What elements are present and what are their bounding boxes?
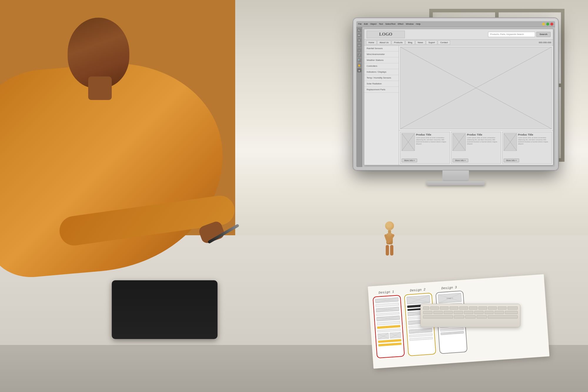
figure-head bbox=[385, 221, 394, 230]
menu-text[interactable]: Text bbox=[379, 23, 383, 25]
product-card-2: Produc Title Lorem ipsum dolor sit amet … bbox=[451, 132, 501, 164]
product-title-2: Produc Title bbox=[467, 133, 499, 136]
canvas-area: LOGO Products, Parts, Keywords Search Se… bbox=[362, 27, 555, 167]
monitor-stand bbox=[442, 171, 469, 181]
sidebar-item-3[interactable]: Weather Stations bbox=[364, 57, 399, 63]
product-card-3: Produc Title Lorem ipsum dolor sit amet … bbox=[502, 132, 552, 164]
scene: File Edit Object Text SelectText Effect … bbox=[0, 0, 588, 392]
tool-ellipse[interactable]: ○ bbox=[357, 48, 361, 52]
menu-object[interactable]: Object bbox=[370, 23, 377, 25]
design1-label: Design 1 bbox=[378, 290, 394, 295]
nav-phone: 000-000-000 bbox=[539, 41, 551, 44]
figure-body bbox=[386, 233, 393, 244]
sidebar-item-7[interactable]: Solar Radiation bbox=[364, 81, 399, 87]
figure-leg-right bbox=[390, 245, 393, 256]
design3-label: Design 3 bbox=[441, 286, 457, 290]
wireframe-body: Rainfall Sensors Wind Anemometer Weather… bbox=[364, 46, 553, 165]
menu-effect[interactable]: Effect bbox=[398, 23, 403, 25]
product-more-btn-1[interactable]: More Info » bbox=[402, 159, 417, 162]
nav-item-about[interactable]: About Us bbox=[377, 40, 391, 45]
nav-item-support[interactable]: Suport bbox=[426, 40, 437, 45]
minimize-btn[interactable] bbox=[542, 23, 545, 26]
tool-line[interactable]: ╱ bbox=[357, 53, 361, 57]
menu-select[interactable]: SelectText bbox=[385, 23, 395, 25]
wf-search-button[interactable]: Search bbox=[536, 32, 551, 37]
product-title-1: Produc Title bbox=[416, 133, 448, 136]
figure-neck bbox=[388, 230, 391, 233]
maximize-btn[interactable] bbox=[546, 23, 549, 26]
toolbar-menu: File Edit Object Text SelectText Effect … bbox=[358, 23, 420, 25]
product-image-3 bbox=[504, 133, 517, 151]
sidebar-item-1[interactable]: Rainfall Sensors bbox=[364, 46, 399, 51]
wooden-figure bbox=[379, 221, 400, 263]
product-image-2 bbox=[452, 133, 466, 151]
product-more-btn-2[interactable]: More Info » bbox=[452, 159, 468, 162]
wf-logo: LOGO bbox=[367, 31, 405, 38]
wireframe-document: LOGO Products, Parts, Keywords Search Se… bbox=[364, 29, 553, 165]
sidebar-item-2[interactable]: Wind Anemometer bbox=[364, 51, 399, 57]
wf-search-area: Products, Parts, Keywords Search Search bbox=[488, 32, 551, 37]
svg-line-19 bbox=[407, 296, 430, 304]
product-title-3: Produc Title bbox=[518, 133, 550, 136]
tool-hand[interactable]: ✋ bbox=[357, 63, 361, 67]
design3-image-block: Image 1 bbox=[438, 293, 462, 303]
menu-file[interactable]: File bbox=[358, 23, 362, 25]
svg-line-9 bbox=[375, 298, 398, 303]
svg-line-25 bbox=[409, 328, 432, 333]
sidebar-item-5[interactable]: Indicators / Displays bbox=[364, 69, 399, 75]
svg-line-17 bbox=[390, 332, 401, 338]
monitor-base bbox=[426, 181, 485, 185]
tool-type[interactable]: T bbox=[357, 38, 361, 42]
monitor-outer-frame: File Edit Object Text SelectText Effect … bbox=[353, 18, 559, 171]
wf-search-input[interactable]: Products, Parts, Keywords Search bbox=[488, 32, 535, 37]
wireframe-sidebar: Rainfall Sensors Wind Anemometer Weather… bbox=[364, 46, 399, 165]
left-tool-panel: ↖ ✏ T ▭ ○ ╱ 🔍 ✋ ▤ bbox=[356, 27, 362, 167]
wireframe-main-content: Produc Title Lorem ipsum dolor sit amet … bbox=[399, 46, 553, 165]
nav-item-blog[interactable]: Blog bbox=[405, 40, 415, 45]
sidebar-item-6[interactable]: Temp / Humidity Sensors bbox=[364, 75, 399, 81]
menu-window[interactable]: Window bbox=[406, 23, 414, 25]
wireframe-products: Produc Title Lorem ipsum dolor sit amet … bbox=[399, 130, 553, 165]
nav-item-news[interactable]: News bbox=[415, 40, 426, 45]
svg-line-11 bbox=[376, 307, 399, 312]
sidebar-item-8[interactable]: Replacement Parts bbox=[364, 87, 399, 93]
product-desc-1: Lorem ipsum dolor sit amet consectetur a… bbox=[416, 137, 448, 145]
product-more-btn-3[interactable]: More Info » bbox=[504, 159, 519, 162]
drawing-tablet[interactable] bbox=[112, 280, 218, 339]
product-desc-2: Lorem ipsum dolor sit amet consectetur a… bbox=[467, 137, 499, 145]
monitor-area: File Edit Object Text SelectText Effect … bbox=[353, 18, 559, 185]
tool-arrow[interactable]: ↖ bbox=[357, 28, 361, 32]
figure-legs bbox=[379, 245, 400, 256]
app-body: ↖ ✏ T ▭ ○ ╱ 🔍 ✋ ▤ bbox=[356, 27, 555, 167]
wireframe-nav: Home About Us Products Blog News Suport … bbox=[364, 40, 553, 46]
figure-leg-left bbox=[386, 245, 389, 256]
tool-rect[interactable]: ▭ bbox=[357, 43, 361, 47]
app-toolbar: File Edit Object Text SelectText Effect … bbox=[356, 21, 555, 27]
keyboard[interactable] bbox=[420, 304, 520, 327]
design2-label: Design 2 bbox=[410, 288, 426, 293]
product-image-1 bbox=[402, 133, 415, 151]
person-neck bbox=[88, 76, 112, 100]
svg-line-13 bbox=[377, 316, 400, 321]
close-btn[interactable] bbox=[550, 23, 553, 26]
window-controls bbox=[542, 23, 553, 26]
wireframe-hero bbox=[400, 47, 552, 129]
design1-phone bbox=[372, 295, 405, 358]
tool-pen[interactable]: ✏ bbox=[357, 33, 361, 37]
menu-edit[interactable]: Edit bbox=[364, 23, 368, 25]
product-desc-3: Lorem ipsum dolor sit amet consectetur a… bbox=[518, 137, 550, 145]
monitor-screen: File Edit Object Text SelectText Effect … bbox=[356, 21, 555, 167]
tool-zoom[interactable]: 🔍 bbox=[357, 58, 361, 62]
menu-help[interactable]: Help bbox=[416, 23, 420, 25]
keyboard-keys-area bbox=[421, 304, 520, 320]
sidebar-item-4[interactable]: Controllers bbox=[364, 63, 399, 69]
nav-item-contact[interactable]: Contact bbox=[438, 40, 450, 45]
nav-item-products[interactable]: Products bbox=[392, 40, 405, 45]
hero-placeholder-lines bbox=[400, 47, 552, 129]
product-card-1: Produc Title Lorem ipsum dolor sit amet … bbox=[400, 132, 450, 164]
svg-line-15 bbox=[378, 333, 389, 339]
wireframe-header: LOGO Products, Parts, Keywords Search Se… bbox=[364, 29, 553, 40]
nav-item-home[interactable]: Home bbox=[366, 40, 377, 45]
tool-layers[interactable]: ▤ bbox=[357, 68, 361, 72]
